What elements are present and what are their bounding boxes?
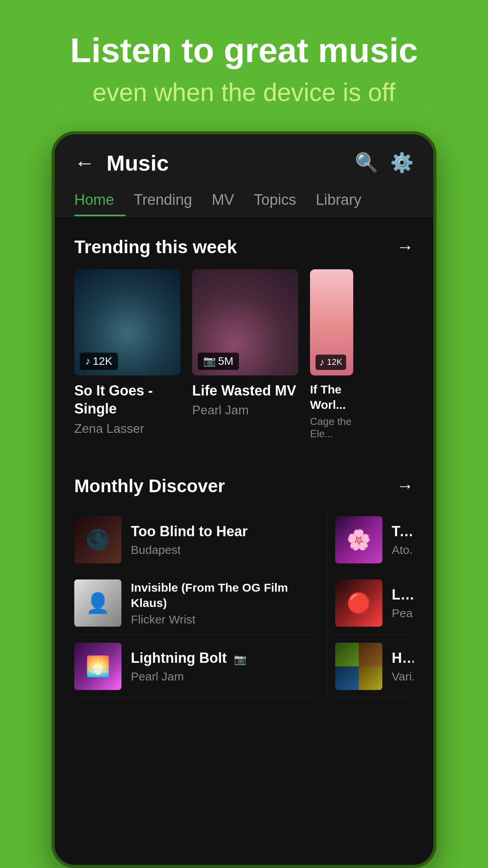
top-icons: 🔍 ⚙️ (355, 152, 414, 174)
video-icon: 📷 (203, 355, 216, 367)
card-title-1: So It Goes - Single (74, 382, 180, 419)
content-area: Trending this week → ♪ 12K So It Goes - … (55, 217, 433, 865)
trending-card-1[interactable]: ♪ 12K So It Goes - Single Zena Lasser (74, 269, 180, 440)
monthly-arrow[interactable]: → (396, 476, 414, 496)
monthly-right-artist-3: Vari... (392, 670, 414, 683)
settings-icon[interactable]: ⚙️ (390, 152, 414, 174)
monthly-artist-2: Flicker Wrist (131, 613, 319, 626)
top-bar: ← Music 🔍 ⚙️ (55, 134, 433, 184)
monthly-left-col: 🌑 Too Blind to Hear Budapest 👤 (74, 508, 319, 698)
monthly-right-item-1[interactable]: 🌸 Too... Ato... (335, 508, 414, 572)
monthly-info-3: Lightning Bolt 📷 Pearl Jam (131, 649, 319, 683)
card-artist-2: Pearl Jam (192, 403, 298, 417)
search-icon[interactable]: 🔍 (355, 152, 378, 174)
music-note-icon: ♪ (85, 355, 90, 367)
monthly-thumb-2: 👤 (74, 579, 121, 627)
monthly-artist-3: Pearl Jam (131, 670, 319, 683)
mv-icon-3: 📷 (234, 653, 246, 665)
hero-title: Listen to great music (24, 31, 464, 70)
card-badge-1: ♪ 12K (80, 353, 118, 370)
monthly-right-thumb-1: 🌸 (335, 516, 382, 563)
tab-mv[interactable]: MV (212, 184, 246, 216)
monthly-title: Monthly Discover (74, 475, 225, 497)
monthly-right-info-1: Too... Ato... (392, 522, 414, 557)
card-artist-1: Zena Lasser (74, 421, 180, 436)
monthly-right-title-1: Too... (392, 522, 414, 541)
monthly-title-1: Too Blind to Hear (131, 522, 319, 541)
nav-tabs: Home Trending MV Topics Library (55, 184, 433, 217)
phone-wrapper: ← Music 🔍 ⚙️ Home Trending MV Topics Lib… (51, 131, 437, 868)
monthly-right-item-3[interactable]: Hot... Vari... (335, 635, 414, 698)
monthly-item-1[interactable]: 🌑 Too Blind to Hear Budapest (74, 508, 319, 572)
monthly-list: 🌑 Too Blind to Hear Budapest 👤 (55, 508, 433, 698)
monthly-item-2[interactable]: 👤 Invisible (From The OG Film Klaus) Fli… (74, 572, 319, 635)
monthly-info-1: Too Blind to Hear Budapest (131, 522, 319, 557)
trending-arrow[interactable]: → (396, 237, 414, 257)
trending-card-3[interactable]: ♪ 12K If The Worl... Cage the Ele... (310, 269, 353, 440)
card-title-2: Life Wasted MV (192, 382, 298, 400)
monthly-title-3: Lightning Bolt 📷 (131, 649, 319, 668)
phone-screen: ← Music 🔍 ⚙️ Home Trending MV Topics Lib… (55, 134, 433, 865)
monthly-section-header: Monthly Discover → (55, 456, 433, 508)
trending-section-header: Trending this week → (55, 217, 433, 269)
card-badge-2: 📷 5M (198, 353, 239, 370)
monthly-artist-1: Budapest (131, 543, 319, 557)
monthly-thumb-1: 🌑 (74, 516, 121, 563)
tab-trending[interactable]: Trending (134, 184, 204, 216)
tab-home[interactable]: Home (74, 184, 126, 216)
page-title: Music (106, 150, 355, 176)
back-button[interactable]: ← (74, 151, 95, 175)
monthly-right-artist-2: Pea... (392, 607, 414, 620)
monthly-right-info-3: Hot... Vari... (392, 649, 414, 683)
col-divider (327, 508, 327, 698)
trending-scroll: ♪ 12K So It Goes - Single Zena Lasser 📷 … (55, 269, 433, 456)
trending-title: Trending this week (74, 236, 237, 257)
monthly-thumb-3: 🌅 (74, 643, 121, 690)
tab-topics[interactable]: Topics (254, 184, 308, 216)
music-note-icon-2: ♪ (319, 356, 325, 368)
monthly-right-thumb-3 (335, 643, 382, 690)
monthly-title-2: Invisible (From The OG Film Klaus) (131, 580, 319, 611)
monthly-right-col: 🌸 Too... Ato... 🔴 Ligh... (335, 508, 414, 698)
monthly-right-artist-1: Ato... (392, 543, 414, 557)
monthly-item-3[interactable]: 🌅 Lightning Bolt 📷 Pearl Jam (74, 635, 319, 698)
monthly-right-item-2[interactable]: 🔴 Ligh... Pea... (335, 572, 414, 635)
tab-library[interactable]: Library (316, 184, 373, 216)
hero-subtitle: even when the device is off (24, 77, 464, 108)
monthly-right-title-3: Hot... (392, 649, 414, 668)
card-title-3: If The Worl... (310, 382, 353, 412)
trending-card-2[interactable]: 📷 5M Life Wasted MV Pearl Jam (192, 269, 298, 440)
card-artist-3: Cage the Ele... (310, 416, 353, 440)
card-badge-3: ♪ 12K (316, 355, 346, 370)
hero-section: Listen to great music even when the devi… (0, 0, 488, 131)
monthly-right-info-2: Ligh... Pea... (392, 586, 414, 620)
monthly-info-2: Invisible (From The OG Film Klaus) Flick… (131, 580, 319, 626)
monthly-right-title-2: Ligh... (392, 586, 414, 604)
monthly-right-thumb-2: 🔴 (335, 579, 382, 627)
